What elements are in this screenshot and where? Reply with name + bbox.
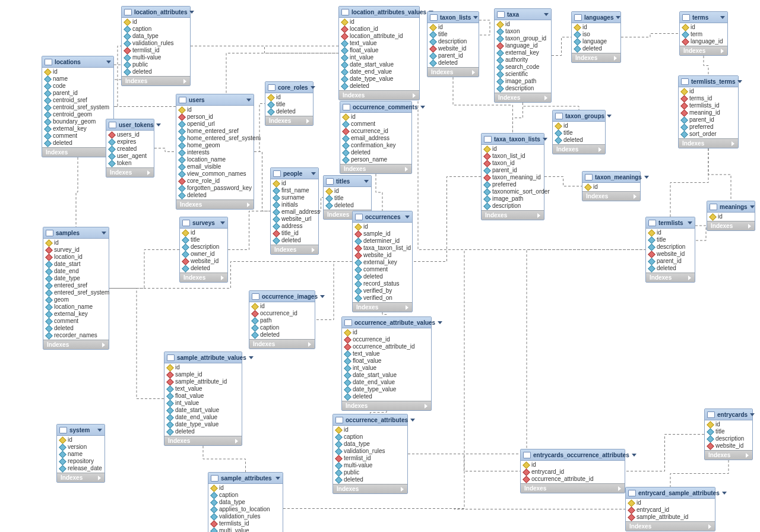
chevron-down-icon[interactable] — [720, 16, 725, 19]
table-entrycard_sample_attributes[interactable]: entrycard_sample_attributesidentrycard_i… — [625, 487, 715, 531]
column-row[interactable]: sample_id — [164, 371, 242, 378]
chevron-down-icon[interactable] — [438, 321, 442, 324]
column-row[interactable]: title — [705, 428, 752, 435]
chevron-down-icon[interactable] — [722, 492, 727, 495]
column-row[interactable]: path — [249, 317, 315, 324]
column-row[interactable]: view_common_names — [176, 170, 254, 178]
column-row[interactable]: id — [572, 24, 620, 31]
table-taxon_lists[interactable]: taxon_listsidtitledescriptionwebsite_idp… — [427, 11, 479, 77]
column-row[interactable]: location_id — [43, 254, 109, 261]
column-row[interactable]: id — [265, 94, 313, 101]
column-row[interactable]: occurrence_id — [342, 336, 431, 343]
column-row[interactable]: title — [428, 31, 479, 38]
table-header[interactable]: languages — [572, 12, 620, 23]
column-row[interactable]: first_name — [271, 187, 318, 194]
chevron-down-icon[interactable] — [544, 13, 549, 16]
column-row[interactable]: multi-value — [333, 462, 407, 469]
column-row[interactable]: parent_id — [679, 116, 738, 124]
column-row[interactable]: id — [122, 18, 190, 26]
indexes-section[interactable]: Indexes — [265, 116, 313, 125]
table-sample_attributes[interactable]: sample_attributesidcaptiondata_typeappli… — [208, 472, 283, 532]
column-row[interactable]: entered_sref_system — [43, 289, 109, 296]
column-row[interactable]: initials — [271, 201, 318, 208]
column-row[interactable]: deleted — [339, 83, 419, 90]
column-row[interactable]: parent_id — [428, 52, 479, 59]
table-header[interactable]: titles — [324, 176, 371, 187]
indexes-section[interactable]: Indexes — [57, 473, 104, 482]
column-row[interactable]: boundary_geom — [42, 118, 113, 125]
table-header[interactable]: taxon_groups — [553, 110, 605, 122]
table-entrycards_occurrence_attributes[interactable]: entrycards_occurrence_attributesidentryc… — [520, 449, 625, 493]
column-row[interactable]: authority — [495, 56, 551, 64]
column-row[interactable]: id — [482, 145, 544, 153]
column-row[interactable]: entrycard_id — [521, 468, 625, 476]
chevron-down-icon[interactable] — [473, 16, 478, 19]
column-row[interactable]: owner_id — [180, 251, 227, 258]
column-row[interactable]: deleted — [342, 393, 431, 400]
column-row[interactable]: float_value — [342, 357, 431, 365]
column-row[interactable]: search_code — [495, 64, 551, 71]
table-header[interactable]: user_tokens — [106, 119, 154, 131]
chevron-down-icon[interactable] — [750, 205, 755, 208]
indexes-section[interactable]: Indexes — [680, 46, 727, 55]
column-row[interactable]: deleted — [265, 108, 313, 115]
column-row[interactable]: id — [521, 461, 625, 468]
indexes-section[interactable]: Indexes — [333, 484, 407, 493]
indexes-section[interactable]: Indexes — [572, 53, 620, 62]
column-row[interactable]: openid_url — [176, 121, 254, 128]
column-row[interactable]: external_key — [43, 311, 109, 318]
column-row[interactable]: date_type_value — [164, 421, 242, 428]
column-row[interactable]: date_start_value — [164, 407, 242, 414]
column-row[interactable]: text_value — [164, 385, 242, 392]
table-users[interactable]: usersidperson_idopenid_urlhome_entered_s… — [176, 94, 254, 210]
column-row[interactable]: deleted — [122, 68, 190, 75]
chevron-down-icon[interactable] — [311, 172, 316, 175]
indexes-section[interactable]: Indexes — [582, 191, 640, 201]
indexes-section[interactable]: Indexes — [646, 273, 695, 282]
table-header[interactable]: occurrences — [353, 211, 412, 223]
column-row[interactable]: forgotten_password_key — [176, 185, 254, 192]
column-row[interactable]: date_type — [43, 275, 109, 282]
chevron-down-icon[interactable] — [644, 176, 649, 179]
indexes-section[interactable]: Indexes — [106, 167, 154, 177]
indexes-section[interactable]: Indexes — [43, 340, 109, 349]
column-row[interactable]: id — [705, 421, 752, 428]
column-row[interactable]: title — [553, 129, 605, 137]
column-row[interactable]: record_status — [353, 280, 412, 287]
indexes-section[interactable]: Indexes — [180, 273, 227, 282]
column-row[interactable]: address — [271, 223, 318, 230]
chevron-down-icon[interactable] — [189, 11, 194, 14]
table-header[interactable]: location_attributes — [122, 7, 190, 18]
table-termlists[interactable]: termlistsidtitledescriptionwebsite_idpar… — [645, 217, 695, 283]
column-row[interactable]: description — [495, 85, 551, 92]
table-header[interactable]: sample_attributes — [208, 473, 283, 484]
column-row[interactable]: verified_by — [353, 287, 412, 294]
column-row[interactable]: taxa_taxon_list_id — [353, 245, 412, 252]
column-row[interactable]: name — [57, 451, 104, 458]
chevron-down-icon[interactable] — [405, 216, 410, 218]
column-row[interactable]: id — [42, 68, 113, 75]
column-row[interactable]: sample_attribute_id — [164, 378, 242, 385]
column-row[interactable]: id — [582, 183, 640, 191]
chevron-down-icon[interactable] — [688, 221, 692, 224]
column-row[interactable]: id — [271, 180, 318, 187]
column-row[interactable]: int_value — [164, 400, 242, 407]
column-row[interactable]: int_value — [339, 54, 419, 61]
column-row[interactable]: taxon — [495, 28, 551, 35]
column-row[interactable]: deleted — [553, 137, 605, 144]
column-row[interactable]: location_name — [176, 156, 254, 163]
column-row[interactable]: text_value — [339, 40, 419, 47]
column-row[interactable]: website_id — [646, 251, 695, 258]
table-header[interactable]: location_attributes_values — [339, 7, 419, 18]
column-row[interactable]: deleted — [42, 140, 113, 147]
column-row[interactable]: location_attribute_id — [339, 33, 419, 40]
indexes-section[interactable]: Indexes — [626, 521, 715, 531]
column-row[interactable]: expires — [106, 138, 154, 145]
column-row[interactable]: id — [342, 329, 431, 336]
column-row[interactable]: email_visible — [176, 163, 254, 170]
table-user_tokens[interactable]: user_tokensusers_idexpirescreateduser_ag… — [106, 119, 154, 178]
table-taxa_taxon_lists[interactable]: taxa_taxon_listsidtaxon_list_idtaxon_idp… — [481, 133, 544, 220]
chevron-down-icon[interactable] — [607, 115, 612, 118]
column-row[interactable]: person_name — [340, 156, 411, 163]
column-row[interactable]: comment — [340, 121, 411, 128]
